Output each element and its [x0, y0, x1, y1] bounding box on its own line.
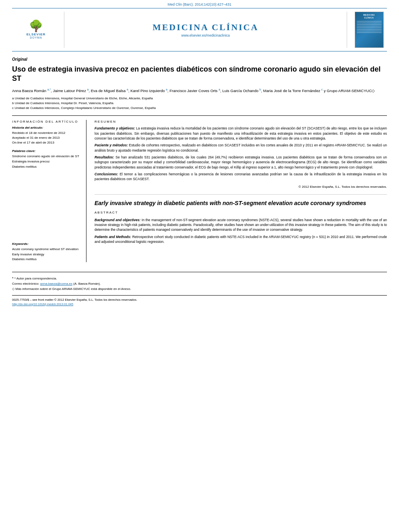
journal-title-area: MEDICINA CLÍNICA www.elsevier.es/medicin… — [64, 12, 347, 48]
footnote-email: Correo electrónico: anna.baeza@coma.es (… — [12, 281, 387, 287]
star-symbol: * — [12, 276, 14, 280]
resumen-para-4: Conclusiones: El temor a las complicacio… — [95, 172, 387, 182]
citation-text: Med Clin (Barc). 2014;142(10):427–431 — [168, 2, 232, 6]
footnote-star: * * Autor para correspondencia. — [12, 275, 387, 281]
english-keywords-section: Keywords: Acute coronary syndrome withou… — [12, 242, 80, 262]
resumen-para-1: Fundamento y objetivos: La estrategia in… — [95, 126, 387, 141]
article-title: Uso de estrategia invasiva precoz en pac… — [12, 65, 387, 83]
english-heading-2: Patients and Methods: — [95, 235, 131, 239]
resumen-label: RESUMEN — [95, 120, 387, 123]
citation-bar: Med Clin (Barc). 2014;142(10):427–431 — [0, 0, 399, 8]
cover-thumbnail: MEDICINACLÍNICA — [355, 12, 384, 48]
resumen-text-3: Se han analizado 531 pacientes diabético… — [95, 155, 387, 169]
footnote-star-text: * Autor para correspondencia. — [14, 277, 57, 280]
resumen-text-4: El temor a las complicaciones hemorrágic… — [95, 172, 387, 181]
page: Med Clin (Barc). 2014;142(10):427–431 🌳 … — [0, 0, 399, 532]
resumen-para-2: Paciente y métodos: Estudio de cohortes … — [95, 143, 387, 153]
english-keywords-label: Keywords: — [12, 242, 80, 246]
doi-link[interactable]: http://dx.doi.org/10.1016/j.medcli.2013.… — [12, 302, 73, 306]
two-column-section: INFORMACIÓN DEL ARTÍCULO Historia del ar… — [12, 115, 387, 262]
info-section-label: INFORMACIÓN DEL ARTÍCULO — [12, 120, 80, 123]
journal-header: 🌳 ELSEVIER DOYMA MEDICINA CLÍNICA www.el… — [12, 8, 387, 51]
english-heading-1: Background and objectives: — [95, 218, 140, 222]
bottom-bar: 0025-7753/$ – see front matter © 2012 El… — [12, 295, 387, 307]
copyright: © 2012 Elsevier España, S.L. Todos los d… — [95, 185, 387, 189]
diamond-text: ◇ Más información sobre el Grupo ARIAM-S… — [12, 287, 131, 291]
affiliation-a: a Unidad de Cuidados Intensivos, Hospita… — [12, 96, 387, 101]
keywords-group-es: Palabras clave: Síndrome coronario agudo… — [12, 149, 80, 169]
english-para-1: Background and objectives: In the manage… — [95, 218, 387, 232]
main-content: Original Uso de estrategia invasiva prec… — [12, 51, 387, 262]
right-column: RESUMEN Fundamento y objetivos: La estra… — [95, 120, 387, 262]
resumen-heading-1: Fundamento y objetivos: — [95, 126, 135, 130]
english-para-2: Patients and Methods: Retrospective coho… — [95, 234, 387, 244]
online-date: On-line el 17 de abril de 2013 — [12, 140, 80, 145]
abstract-label-en: ABSTRACT — [95, 211, 387, 214]
cover-area: MEDICINACLÍNICA — [347, 12, 387, 48]
doyma-name: DOYMA — [30, 36, 42, 39]
footer: * * Autor para correspondencia. Correo e… — [12, 272, 387, 292]
cover-title: MEDICINACLÍNICA — [363, 14, 375, 19]
left-column: INFORMACIÓN DEL ARTÍCULO Historia del ar… — [12, 120, 86, 262]
keywords-label-es: Palabras clave: — [12, 149, 80, 153]
cover-decoration — [357, 21, 382, 34]
issn-line: 0025-7753/$ – see front matter © 2012 El… — [12, 298, 387, 302]
resumen-text-2: Estudio de cohortes retrospectivo, reali… — [95, 143, 387, 152]
keyword-en-2: Early invasive strategy — [12, 252, 80, 257]
publisher-logo: 🌳 ELSEVIER DOYMA — [12, 12, 64, 48]
email-suffix: (A. Baeza Román). — [73, 282, 101, 286]
footnote-diamond: ◇ Más información sobre el Grupo ARIAM-S… — [12, 287, 387, 292]
affiliations: a Unidad de Cuidados Intensivos, Hospita… — [12, 96, 387, 111]
history-group: Historia del artículo: Recibido el 18 de… — [12, 126, 80, 145]
email-label: Correo electrónico: — [12, 282, 39, 286]
resumen-para-3: Resultados: Se han analizado 531 pacient… — [95, 155, 387, 170]
keyword-es-3: Diabetes mellitus — [12, 164, 80, 170]
resumen-heading-2: Paciente y métodos: — [95, 143, 128, 147]
journal-url: www.elsevier.es/medicinaclinica — [181, 33, 230, 37]
affiliation-b: b Unidad de Cuidados Intensivos, Hospita… — [12, 101, 387, 106]
affiliation-c: c Unidad de Cuidados Intensivos, Complej… — [12, 106, 387, 111]
email-link[interactable]: anna.baeza@coma.es — [40, 282, 72, 286]
received-date: Recibido el 18 de noviembre de 2012 — [12, 131, 80, 136]
english-text-2: Retrospective cohort study conducted in … — [95, 235, 387, 244]
resumen-heading-4: Conclusiones: — [95, 172, 118, 176]
keyword-es-2: Estrategia invasiva precoz — [12, 159, 80, 164]
resumen-heading-3: Resultados: — [95, 155, 114, 159]
resumen-text-1: La estrategia invasiva reduce la mortali… — [95, 126, 387, 140]
english-section: Early invasive strategy in diabetic pati… — [95, 194, 387, 244]
elsevier-logo: 🌳 ELSEVIER DOYMA — [20, 21, 52, 39]
keyword-es-1: Síndrome coronario agudo sin elevación d… — [12, 154, 80, 159]
keyword-en-1: Acute coronary syndrome without ST eleva… — [12, 247, 80, 252]
doi-line: http://dx.doi.org/10.1016/j.medcli.2013.… — [12, 302, 387, 306]
accepted-date: Aceptado el 31 de enero de 2013 — [12, 136, 80, 140]
english-title: Early invasive strategy in diabetic pati… — [95, 199, 387, 207]
authors: Anna Baeza Román a,*, Jaime Latour Pérez… — [12, 88, 387, 94]
journal-title: MEDICINA CLÍNICA — [152, 22, 259, 33]
tree-icon: 🌳 — [29, 21, 43, 32]
article-type: Original — [12, 57, 387, 62]
keyword-en-3: Diabetes mellitus — [12, 257, 80, 262]
elsevier-name: ELSEVIER — [27, 33, 46, 36]
history-label: Historia del artículo: — [12, 126, 80, 129]
